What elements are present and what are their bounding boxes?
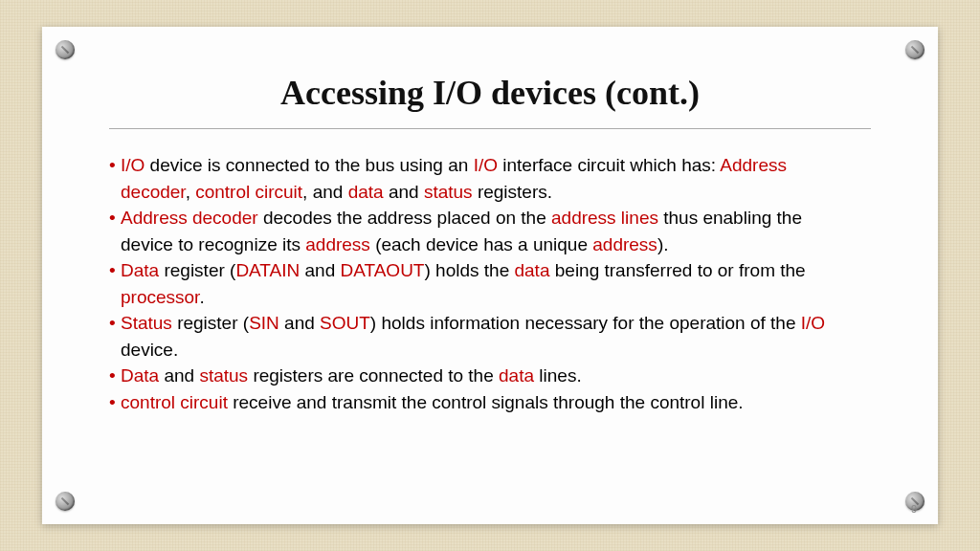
body-text: registers are connected to the [248,365,499,386]
body-text: and [384,182,424,202]
highlight-text: data [348,182,384,202]
highlight-text: Data [121,365,159,386]
highlight-text: address [305,234,370,254]
body-text: register ( [159,260,235,280]
title-divider [109,128,871,129]
highlight-text: status [424,182,473,202]
body-text: , and [302,182,348,202]
body-text: and [159,365,199,386]
bullet-item: Status register (SIN and SOUT) holds inf… [121,310,859,363]
highlight-text: SIN [249,313,279,333]
highlight-text: DATAOUT [341,260,425,280]
highlight-text: I/O [474,155,498,175]
highlight-text: I/O [121,155,145,175]
slide-card: Accessing I/O devices (cont.) I/O device… [42,27,938,524]
bullet-item: Data and status registers are connected … [121,363,859,389]
highlight-text: address [592,234,657,254]
body-text: device. [121,340,178,360]
body-text: (each device has a unique [370,234,592,254]
highlight-text: address lines [551,208,658,228]
body-text: . [199,287,204,307]
body-text: and [300,260,340,280]
highlight-text: data [514,260,549,280]
highlight-text: processor [121,287,199,307]
body-text: device is connected to the bus using an [145,155,473,175]
highlight-text: Data [121,260,159,280]
highlight-text: control circuit [195,182,302,202]
body-text: lines. [534,365,582,386]
highlight-text: data [499,365,534,386]
slide-body: I/O device is connected to the bus using… [121,152,859,415]
screw-icon [56,492,75,511]
body-text: decodes the address placed on the [258,208,551,228]
body-text: ). [657,234,669,254]
body-text: and [279,313,320,333]
body-text: , [186,182,196,202]
body-text: register ( [172,313,249,333]
bullet-item: Address decoder decodes the address plac… [121,205,859,257]
body-text: receive and transmit the control signals… [228,392,744,412]
bullet-item: Data register (DATAIN and DATAOUT) holds… [121,257,859,310]
bullet-item: control circuit receive and transmit the… [121,389,859,416]
highlight-text: Address decoder [121,208,258,228]
highlight-text: control circuit [121,392,228,412]
screw-icon [905,40,924,59]
screw-icon [56,40,75,59]
body-text: interface circuit which has: [498,155,720,175]
page-number: 9 [911,503,917,515]
body-text: ) holds the [424,260,514,280]
highlight-text: status [199,365,248,386]
highlight-text: I/O [801,313,825,333]
body-text: being transferred to or from the [549,260,805,280]
highlight-text: Status [121,313,172,333]
highlight-text: DATAIN [235,260,300,280]
body-text: ) holds information necessary for the op… [370,313,801,333]
body-text: registers. [473,182,552,202]
slide-title: Accessing I/O devices (cont.) [100,73,880,113]
bullet-item: I/O device is connected to the bus using… [121,152,859,205]
highlight-text: SOUT [320,313,370,333]
